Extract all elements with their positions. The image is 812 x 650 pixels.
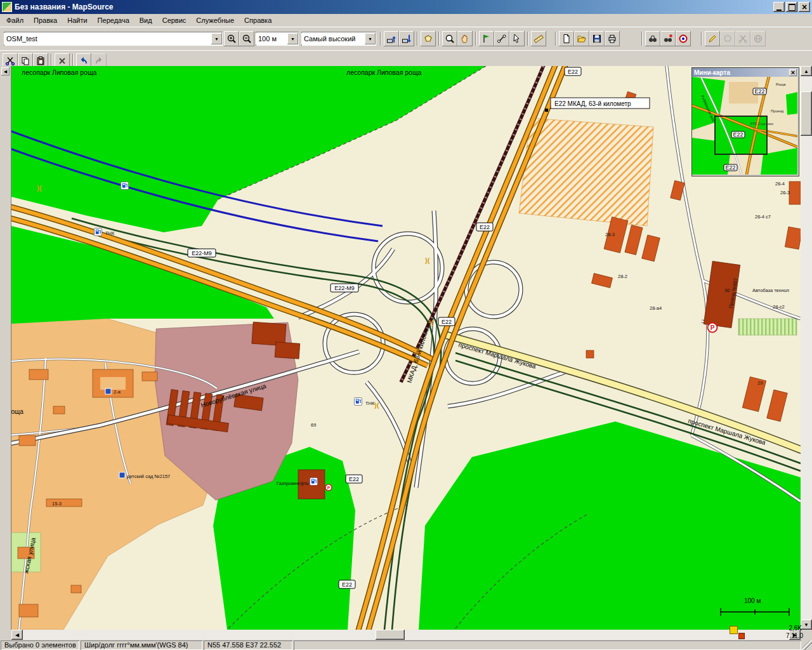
menu-edit[interactable]: Правка [29, 15, 62, 26]
house-number: 28-2 [618, 274, 627, 279]
svg-text:E22: E22 [754, 88, 764, 95]
maximize-button[interactable] [786, 2, 797, 12]
scrollbar-corner [0, 630, 11, 640]
menu-transfer[interactable]: Передача [93, 15, 134, 26]
new-button[interactable] [559, 31, 574, 46]
minimap-roscha-label: Роща [776, 83, 786, 86]
route-icon [497, 34, 507, 44]
minimap-titlebar[interactable]: Мини-карта [692, 68, 799, 77]
scroll-left-button[interactable] [11, 630, 23, 640]
globe-tool-button[interactable] [750, 31, 766, 46]
map-detail-combo [301, 32, 376, 46]
svg-text:E22: E22 [442, 319, 452, 325]
status-spacer [294, 640, 801, 650]
house-number: 26-4 с7 [755, 214, 771, 220]
zoom-tool-button[interactable] [442, 31, 457, 46]
svg-text:E22: E22 [568, 69, 578, 75]
measure-tool-button[interactable] [531, 31, 546, 46]
send-to-device-icon [386, 34, 396, 44]
waypoint-tool-button[interactable] [479, 31, 494, 46]
print-icon [607, 34, 617, 44]
maximize-icon [789, 4, 796, 11]
horizontal-scroll-thumb[interactable] [376, 630, 405, 640]
menu-tools[interactable]: Сервис [157, 15, 192, 26]
scroll-down-button[interactable] [801, 620, 812, 630]
gas-tnk-label: ТНК [365, 401, 375, 406]
close-button[interactable] [799, 2, 810, 12]
undo-icon [79, 56, 89, 66]
receive-from-device-button[interactable] [399, 31, 414, 46]
redo-icon [94, 56, 104, 66]
binoculars-icon [648, 34, 658, 44]
house-number: 69 [311, 422, 316, 428]
open-button[interactable] [574, 31, 589, 46]
find-button[interactable] [645, 31, 660, 46]
vertical-scroll-track[interactable] [801, 76, 812, 620]
menu-utilities[interactable]: Служебные [191, 15, 239, 26]
minimap-rts-label: РТС Строгино [750, 122, 773, 126]
minimap-close-button[interactable] [789, 69, 797, 76]
svg-text:E22: E22 [725, 164, 735, 171]
pan-tool-button[interactable] [457, 31, 473, 46]
bridge-icon: )( [425, 256, 430, 264]
minimize-icon [776, 10, 782, 11]
area-tool-button[interactable] [720, 31, 735, 46]
workspace: ТНК ТНК Газпромнефть P P )( )( )( )( л [0, 66, 812, 630]
minimap-panel: Мини-карта [691, 67, 799, 176]
toolbar-separator [555, 32, 556, 46]
map-detail-dropdown[interactable] [365, 33, 376, 44]
magnifier-icon [445, 34, 455, 44]
collapse-pane-button[interactable] [1, 67, 10, 76]
find-waypoint-button[interactable] [676, 31, 691, 46]
map-graphic: ТНК ТНК Газпромнефть P P )( )( )( )( л [11, 66, 801, 630]
forest-label: лесопарк Липовая роща [346, 69, 422, 76]
scrollbar-corner [801, 630, 812, 640]
ruler-icon [534, 34, 544, 44]
svg-text:E22: E22 [480, 224, 490, 230]
app-icon[interactable] [2, 2, 12, 12]
globe-icon [753, 34, 763, 44]
horizontal-scrollbar [0, 630, 812, 640]
polygon-icon [723, 34, 733, 44]
resize-grip[interactable] [802, 640, 812, 650]
menu-help[interactable]: Справка [239, 15, 277, 26]
map-edit-button[interactable] [705, 31, 720, 46]
toolbar-separator [475, 32, 476, 46]
print-button[interactable] [605, 31, 620, 46]
map-detail-input[interactable] [301, 33, 364, 44]
scissors-icon [738, 34, 748, 44]
scale-bar-label: 100 м [744, 597, 761, 604]
mapsource-window: Без названия - MapSource Файл Правка Най… [0, 0, 812, 650]
menu-view[interactable]: Вид [134, 15, 157, 26]
map-scale-dropdown[interactable] [287, 33, 298, 44]
tooltip-text: Е22 МКАД, 63-й километр [554, 100, 631, 107]
zoom-in-button[interactable] [224, 31, 239, 46]
find-nearest-button[interactable] [660, 31, 676, 46]
map-product-input[interactable] [4, 33, 211, 44]
minimize-button[interactable] [773, 2, 785, 12]
horizontal-scroll-track[interactable] [23, 630, 789, 640]
menu-file[interactable]: Файл [1, 15, 29, 26]
map-select-tool-button[interactable] [421, 31, 436, 46]
left-pane-splitter[interactable] [0, 66, 11, 630]
bridge-icon: )( [37, 184, 42, 192]
map-canvas[interactable]: ТНК ТНК Газпромнефть P P )( )( )( )( л [11, 66, 801, 630]
menu-find[interactable]: Найти [62, 15, 92, 26]
selection-tool-button[interactable] [509, 31, 525, 46]
house-number: 28-с2 [773, 304, 785, 310]
send-to-device-button[interactable] [384, 31, 399, 46]
zoom-out-button[interactable] [239, 31, 254, 46]
scroll-up-button[interactable] [801, 66, 812, 76]
cut-map-button[interactable] [735, 31, 750, 46]
vertical-scroll-thumb[interactable] [801, 91, 812, 136]
menubar: Файл Правка Найти Передача Вид Сервис Сл… [0, 14, 812, 27]
scroll-right-button[interactable] [789, 630, 801, 640]
map-scale-input[interactable] [256, 33, 287, 44]
position-format-status: Шир/долг гггг°мм.ммм'(WGS 84) [81, 640, 202, 650]
minimap-graphic[interactable]: Рублёвское шос. Проезд РТС Строгино Роща… [692, 77, 797, 175]
route-tool-button[interactable] [494, 31, 509, 46]
parking-p: P [710, 324, 715, 331]
svg-text:E22-M9: E22-M9 [192, 250, 212, 256]
map-product-dropdown[interactable] [211, 33, 222, 44]
save-button[interactable] [589, 31, 605, 46]
